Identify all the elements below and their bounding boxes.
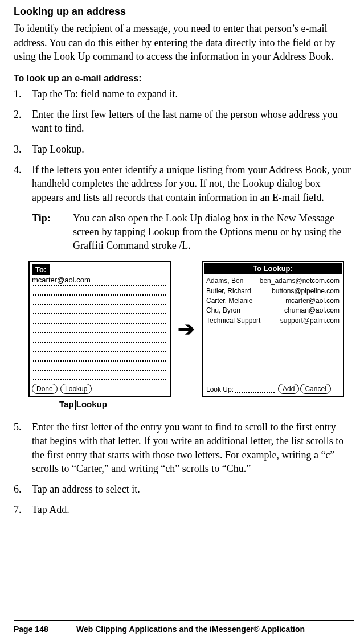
palm-to-screen: To: mcarter@aol.com Done Lookup [28,261,171,397]
figure: To: mcarter@aol.com Done Lookup ➔ To Loo… [28,261,354,397]
lookup-list: Adams, Ben ben_adams@netcom.com Butler, … [204,274,342,382]
lookup-input[interactable] [235,392,275,393]
step-5: Enter the first letter of the entry you … [14,420,354,475]
list-item[interactable]: Chu, Byron chuman@aol.com [206,306,340,315]
page-number: Page 148 [14,624,76,635]
list-item[interactable]: Adams, Ben ben_adams@netcom.com [206,276,340,286]
done-button[interactable]: Done [32,384,58,394]
intro-paragraph: To identify the recipient of a message, … [14,22,354,63]
chapter-title: Web Clipping Applications and the iMesse… [76,624,354,635]
list-item[interactable]: Butler, Richard buttons@pipeline.com [206,286,340,296]
callout-label: Tap Lookup [59,399,107,410]
steps-list: Tap the To: field name to expand it. Ent… [14,87,354,204]
step-3: Tap Lookup. [14,142,354,156]
lookup-button[interactable]: Lookup [60,384,92,394]
list-item[interactable]: Technical Support support@palm.com [206,316,340,326]
step-4: If the letters you enter identify a uniq… [14,163,354,204]
cancel-button[interactable]: Cancel [300,384,330,394]
list-item[interactable]: Carter, Melanie mcarter@aol.com [206,296,340,306]
lookup-title: To Lookup: [204,263,342,274]
step-7: Tap Add. [14,503,354,516]
tip-body: You can also open the Look Up dialog box… [73,211,354,253]
subsection-heading: To look up an e-mail address: [14,72,354,85]
add-button[interactable]: Add [278,384,299,394]
tip-label: Tip: [32,211,73,253]
section-heading: Looking up an address [14,5,354,18]
step-6: Tap an address to select it. [14,482,354,496]
page-footer: Page 148 Web Clipping Applications and t… [0,620,364,635]
step-1: Tap the To: field name to expand it. [14,87,354,101]
steps-list-cont: Enter the first letter of the entry you … [14,420,354,517]
to-lines [31,285,169,380]
palm-lookup-screen: To Lookup: Adams, Ben ben_adams@netcom.c… [202,261,344,397]
tip: Tip: You can also open the Look Up dialo… [32,211,354,253]
callout: Tap Lookup [43,399,354,410]
lookup-field-label: Look Up: [206,385,234,394]
to-title: To: [32,264,50,276]
step-2: Enter the first few letters of the last … [14,108,354,136]
arrow-icon: ➔ [178,319,195,339]
to-value: mcarter@aol.com [31,275,169,285]
